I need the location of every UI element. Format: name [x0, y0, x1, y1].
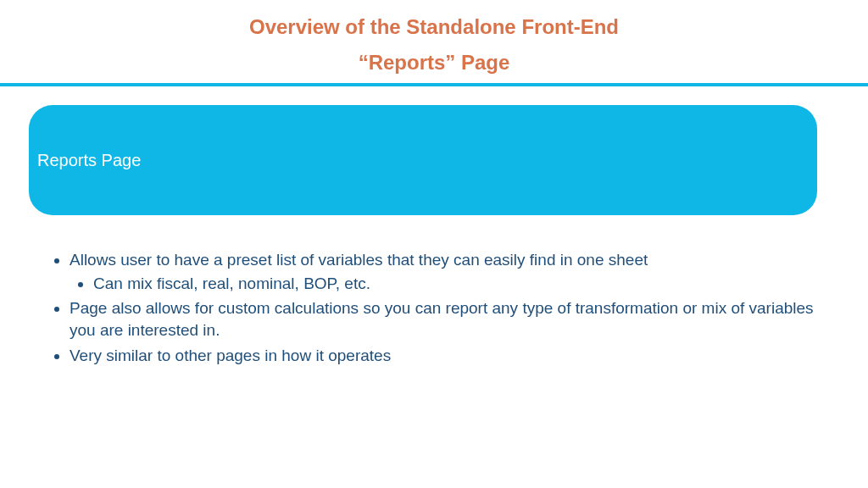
page-subtitle: “Reports” Page — [0, 39, 868, 83]
page-title: Overview of the Standalone Front-End — [0, 0, 868, 39]
bullet-list: Allows user to have a preset list of var… — [49, 249, 834, 366]
content-area: Allows user to have a preset list of var… — [49, 249, 834, 366]
panel-label: Reports Page — [37, 151, 141, 170]
sub-list: Can mix fiscal, real, nominal, BOP, etc. — [70, 273, 834, 295]
bullet-text: Very similar to other pages in how it op… — [70, 347, 391, 364]
reports-panel: Reports Page — [29, 105, 817, 215]
bullet-text: Page also allows for custom calculations… — [70, 299, 814, 339]
bullet-text: Allows user to have a preset list of var… — [70, 251, 648, 269]
list-item: Very similar to other pages in how it op… — [70, 345, 834, 367]
list-item: Can mix fiscal, real, nominal, BOP, etc. — [93, 273, 834, 295]
horizontal-divider — [0, 83, 868, 86]
list-item: Page also allows for custom calculations… — [70, 297, 834, 341]
bullet-text: Can mix fiscal, real, nominal, BOP, etc. — [93, 274, 370, 292]
list-item: Allows user to have a preset list of var… — [70, 249, 834, 294]
